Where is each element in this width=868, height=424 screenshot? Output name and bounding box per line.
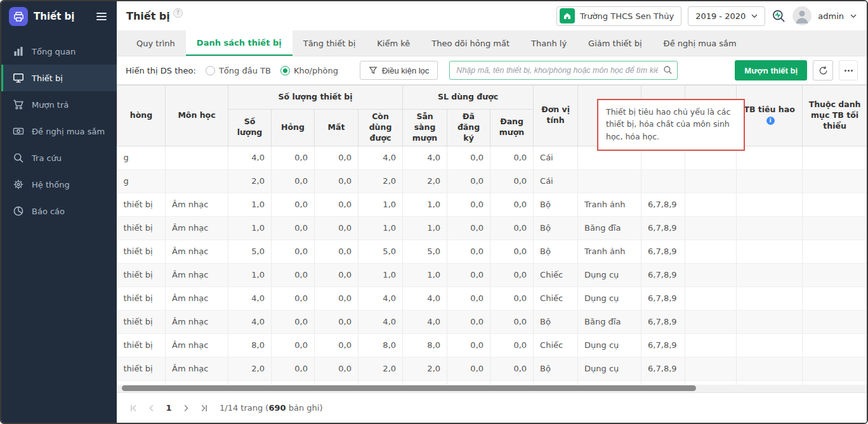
table-cell: 6,7,8,9 <box>641 240 685 263</box>
refresh-button[interactable] <box>813 60 833 80</box>
table-row[interactable]: thiết bịÂm nhạc8,00,00,08,08,00,00,0Chiế… <box>117 333 867 357</box>
table-cell: 4,0 <box>358 286 403 310</box>
sidebar-nav: Tổng quan Thiết bị Mượn trả Đề nghị mua … <box>1 38 117 224</box>
col-header-da-dang-ky[interactable]: Đã đăng ký <box>447 110 490 146</box>
first-page-button[interactable] <box>126 400 142 416</box>
table-cell: 0,0 <box>490 216 534 240</box>
current-page[interactable]: 1 <box>161 403 176 413</box>
table-cell: 0,0 <box>272 169 315 193</box>
last-page-button[interactable] <box>195 400 212 416</box>
tab-thanh-ly[interactable]: Thanh lý <box>520 30 577 56</box>
sidebar-item-thiet-bi[interactable]: Thiết bị <box>1 65 117 91</box>
prev-page-button[interactable] <box>143 400 160 416</box>
school-selector[interactable]: Trường THCS Sen Thủy <box>556 6 681 26</box>
table-cell: thiết bị <box>117 216 166 240</box>
col-header-mat[interactable]: Mất <box>315 110 358 146</box>
table-cell <box>737 216 803 240</box>
printer-icon <box>13 11 24 22</box>
col-header-thuoc-danh-muc[interactable]: Thuộc danh mục TB tối thiểu <box>803 86 867 146</box>
table-cell: 0,0 <box>315 216 358 240</box>
next-page-button[interactable] <box>178 400 194 416</box>
sidebar-item-de-nghi-mua-sam[interactable]: Đề nghị mua sắm <box>1 118 117 145</box>
table-row[interactable]: thiết bịÂm nhạc4,00,00,04,04,00,00,0Chiế… <box>117 286 867 310</box>
col-header-dang-muon[interactable]: Đang mượn <box>490 110 534 146</box>
table-cell: 0,0 <box>490 240 534 263</box>
table-cell: thiết bị <box>117 263 166 286</box>
table-cell: 6,7,8,9 <box>641 286 685 310</box>
table-cell <box>685 357 737 380</box>
refresh-icon <box>819 66 828 75</box>
tab-theo-doi-hong-mat[interactable]: Theo dõi hỏng mất <box>421 30 520 56</box>
menu-toggle-icon[interactable] <box>95 10 108 23</box>
radio-tong-dau-tb[interactable]: Tổng đầu TB <box>206 66 271 75</box>
app-logo[interactable] <box>9 7 28 26</box>
table-cell <box>737 169 803 193</box>
table-cell: 0,0 <box>490 310 534 333</box>
table-cell <box>803 357 867 380</box>
app-title: Thiết bị <box>34 11 75 22</box>
table-cell: 6,7,8,9 <box>641 310 685 333</box>
table-cell: 0,0 <box>315 310 358 333</box>
more-options-button[interactable] <box>839 60 858 80</box>
col-header-tb-tieu-hao[interactable]: TB tiêu haoi <box>737 86 803 146</box>
table-row[interactable]: thiết bịÂm nhạc1,00,00,01,01,00,00,0BộBă… <box>117 216 867 240</box>
table-cell: 5,0 <box>228 240 272 263</box>
table-cell: 0,0 <box>447 357 490 380</box>
table-cell: 0,0 <box>315 146 358 169</box>
table-row[interactable]: thiết bịÂm nhạc5,00,00,05,05,00,00,0BộTr… <box>117 240 867 263</box>
tab-giam-thiet-bi[interactable]: Giảm thiết bị <box>577 30 653 56</box>
table-cell <box>685 310 737 333</box>
radio-label: Tổng đầu TB <box>219 66 271 75</box>
tb-tieu-hao-label: TB tiêu hao <box>744 105 794 114</box>
borrow-device-button[interactable]: Mượn thiết bị <box>735 60 807 80</box>
table-row[interactable]: thiết bịÂm nhạc1,00,00,01,01,00,00,0Chiế… <box>117 263 867 286</box>
sidebar-item-he-thong[interactable]: Hệ thống <box>1 171 117 198</box>
info-icon[interactable]: i <box>766 117 775 125</box>
table-row[interactable]: g2,00,00,02,02,00,00,0Cái <box>117 169 867 193</box>
sidebar-item-bao-cao[interactable]: Báo cáo <box>1 198 117 224</box>
table-cell: 6,7,8,9 <box>641 333 685 357</box>
table-row[interactable]: thiết bịÂm nhạc2,00,00,02,02,00,00,0BộDụ… <box>117 357 867 380</box>
search-icon[interactable] <box>663 65 673 77</box>
sidebar-item-tra-cuu[interactable]: Tra cứu <box>1 145 117 171</box>
table-cell: Tranh ảnh <box>578 240 641 263</box>
horizontal-scrollbar[interactable] <box>117 385 867 392</box>
tab-quy-trinh[interactable]: Quy trình <box>126 30 186 56</box>
table-cell: 6,7,8,9 <box>641 216 685 240</box>
table-cell <box>737 240 803 263</box>
col-header-so-luong[interactable]: Số lượng <box>228 110 272 146</box>
table-cell: Âm nhạc <box>166 263 228 286</box>
table-cell: 0,0 <box>447 333 490 357</box>
lookup-pulse-icon[interactable] <box>772 9 786 23</box>
scrollbar-thumb[interactable] <box>122 385 696 391</box>
sidebar-item-muon-tra[interactable]: Mượn trả <box>1 91 117 118</box>
table-cell: Âm nhạc <box>166 193 228 216</box>
tab-tang-thiet-bi[interactable]: Tăng thiết bị <box>293 30 367 56</box>
tab-kiem-ke[interactable]: Kiểm kê <box>366 30 421 56</box>
col-header-kho-phong[interactable]: hòng <box>117 86 166 146</box>
col-header-san-sang-muon[interactable]: Sẵn sàng mượn <box>403 110 447 146</box>
table-cell: 0,0 <box>490 286 534 310</box>
table-cell: g <box>117 146 166 169</box>
filter-conditions-button[interactable]: Điều kiện lọc <box>360 61 438 80</box>
col-header-con-dung-duoc[interactable]: Còn dùng được <box>358 110 403 146</box>
tab-de-nghi-mua-sam[interactable]: Đề nghị mua sắm <box>653 30 747 56</box>
sidebar-item-tong-quan[interactable]: Tổng quan <box>1 38 117 65</box>
school-year-select[interactable]: 2019 - 2020 <box>688 6 765 26</box>
table-row[interactable]: g4,00,00,04,04,00,00,0Cái <box>117 146 867 169</box>
radio-kho-phong[interactable]: Kho/phòng <box>280 66 338 75</box>
table-cell: Âm nhạc <box>166 333 228 357</box>
table-cell: 0,0 <box>447 146 490 169</box>
help-icon[interactable]: ? <box>173 8 183 18</box>
search-input[interactable] <box>449 61 678 80</box>
col-header-mon-hoc[interactable]: Môn học <box>166 86 228 146</box>
avatar[interactable] <box>792 6 812 25</box>
chevron-down-icon[interactable] <box>850 14 857 18</box>
col-header-hong[interactable]: Hỏng <box>272 110 315 146</box>
table-row[interactable]: thiết bịÂm nhạc4,00,00,04,04,00,00,0BộBă… <box>117 310 867 333</box>
tab-danh-sach-thiet-bi[interactable]: Danh sách thiết bị <box>186 30 293 56</box>
table-cell: Băng đĩa <box>578 216 641 240</box>
col-header-don-vi-tinh[interactable]: Đơn vị tính <box>534 86 578 146</box>
table-cell: 0,0 <box>272 333 315 357</box>
table-row[interactable]: thiết bịÂm nhạc1,00,00,01,01,00,00,0BộTr… <box>117 193 867 216</box>
